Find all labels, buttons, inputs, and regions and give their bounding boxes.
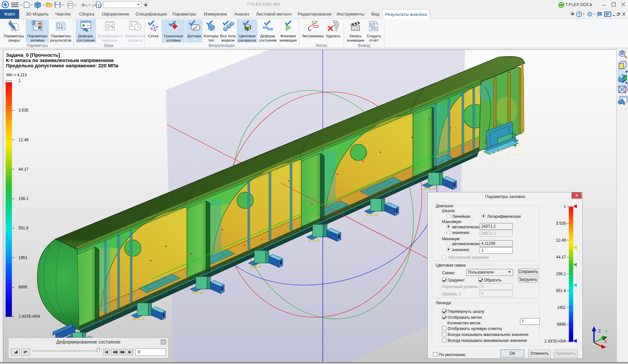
- svg-text:P: P: [33, 21, 35, 25]
- svg-text:?: ?: [578, 12, 580, 17]
